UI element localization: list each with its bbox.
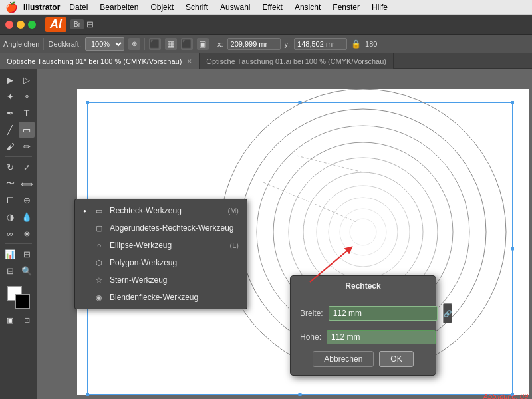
bridge-icon[interactable]: Br: [70, 19, 84, 29]
shape-builder-tool[interactable]: ⊕: [19, 192, 35, 208]
slice-tool[interactable]: ⊟: [2, 263, 18, 279]
minimize-button[interactable]: [17, 21, 25, 29]
tool-panel: ▶ ▷ ✦ ⚬ ✒ T ╱ ▭ 🖌 ✏ ↻ ⤢ 〜 ⟺ ⧠ ⊕: [0, 69, 37, 399]
link-proportions-icon[interactable]: 🔗: [443, 303, 452, 323]
close-button[interactable]: [5, 21, 13, 29]
tool-row-7: 〜 ⟺: [2, 176, 35, 192]
blendenflecke-label: Blendenflecke-Werkzeug: [110, 293, 239, 302]
lasso-tool[interactable]: ⚬: [19, 88, 35, 104]
menu-item-polygon[interactable]: ⬡ Polygon-Werkzeug: [75, 254, 247, 271]
angleichen-label: Angleichen: [3, 40, 39, 48]
lock-icon[interactable]: 🔒: [351, 39, 361, 49]
separator: [43, 38, 44, 50]
column-graph-tool[interactable]: 📊: [2, 246, 18, 262]
background-color[interactable]: [15, 294, 30, 309]
menu-items: Datei Bearbeiten Objekt Schrift Auswahl …: [64, 0, 393, 15]
menu-hilfe[interactable]: Hilfe: [366, 0, 393, 15]
hoehe-row: Höhe:: [300, 330, 426, 344]
hoehe-input[interactable]: [327, 330, 436, 344]
rotate-tool[interactable]: ↻: [2, 159, 18, 175]
tab-1[interactable]: Optische Täuschung 01* bei 100 % (CMYK/V…: [0, 53, 200, 69]
abgerundetes-label: Abgerundetes-Rechteck-Werkzeug: [110, 223, 239, 233]
eyedropper-tool[interactable]: 💧: [19, 209, 35, 225]
align-icon1[interactable]: ⬛: [149, 38, 161, 50]
cancel-button[interactable]: Abbrechen: [313, 351, 374, 367]
svg-line-14: [310, 249, 350, 282]
y-label: y:: [285, 40, 291, 48]
breite-input[interactable]: [329, 306, 438, 321]
full-screen-mode[interactable]: ⊡: [19, 312, 35, 328]
apple-menu[interactable]: 🍎: [0, 1, 23, 13]
tab-1-close[interactable]: ✕: [187, 58, 192, 65]
scale-tool[interactable]: ⤢: [19, 159, 35, 175]
menu-item-rechteck[interactable]: ● ▭ Rechteck-Werkzeug (M): [75, 202, 247, 219]
menu-bar: 🍎 Illustrator Datei Bearbeiten Objekt Sc…: [0, 0, 532, 15]
zoom-tool[interactable]: 🔍: [19, 263, 35, 279]
stern-label: Stern-Werkzeug: [110, 275, 239, 285]
tool-row-9: ◑ 💧: [2, 209, 35, 225]
color-indicator[interactable]: [7, 286, 30, 309]
maximize-button[interactable]: [28, 21, 36, 29]
tool-sep-3: [5, 281, 32, 281]
brush-tool[interactable]: 🖌: [2, 138, 18, 154]
stern-icon: ☆: [94, 275, 104, 285]
statusbar: Abbildung: 09: [479, 391, 532, 399]
x-input[interactable]: [227, 38, 281, 50]
direct-select-tool[interactable]: ▷: [19, 72, 35, 88]
main-area: ▶ ▷ ✦ ⚬ ✒ T ╱ ▭ 🖌 ✏ ↻ ⤢ 〜 ⟺ ⧠ ⊕: [0, 69, 532, 399]
symbol-tool[interactable]: ⋇: [19, 225, 35, 241]
blend-tool[interactable]: ∞: [2, 225, 18, 241]
artboard-tool[interactable]: ⊞: [19, 246, 35, 262]
tool-context-menu: ● ▭ Rechteck-Werkzeug (M) ▢ Abgerundetes…: [74, 199, 247, 309]
tool-row-6: ↻ ⤢: [2, 159, 35, 175]
menu-ansicht[interactable]: Ansicht: [289, 0, 326, 15]
width-tool[interactable]: ⟺: [19, 176, 35, 192]
align-icon2[interactable]: ▦: [165, 38, 177, 50]
rect-dialog: Rechteck Breite: 🔗 Höhe: Abbrechen OK: [290, 275, 436, 376]
tab-2[interactable]: Optische Täuschung 01.ai bei 100 % (CMYK…: [200, 53, 394, 69]
tool-row-1: ▶ ▷: [2, 72, 35, 88]
rechteck-icon: ▭: [94, 205, 104, 216]
ok-button[interactable]: OK: [379, 351, 413, 367]
select-tool[interactable]: ▶: [2, 72, 18, 88]
magic-wand-tool[interactable]: ✦: [2, 88, 18, 104]
menu-effekt[interactable]: Effekt: [257, 0, 287, 15]
window-controls: [0, 21, 41, 29]
menu-bearbeiten[interactable]: Bearbeiten: [94, 0, 144, 15]
warp-tool[interactable]: 〜: [2, 176, 18, 192]
menu-fenster[interactable]: Fenster: [327, 0, 365, 15]
tool-sep-2: [5, 243, 32, 244]
align-icon4[interactable]: ▣: [197, 38, 209, 50]
tool-row-11: 📊 ⊞: [2, 246, 35, 262]
y-input[interactable]: [294, 38, 347, 50]
normal-mode[interactable]: ▣: [2, 312, 18, 328]
menu-datei[interactable]: Datei: [64, 0, 93, 15]
options-icon[interactable]: ⊕: [128, 38, 140, 50]
menu-item-blendenflecke[interactable]: ◉ Blendenflecke-Werkzeug: [75, 289, 247, 306]
menu-auswahl[interactable]: Auswahl: [215, 0, 255, 15]
menu-item-abgerundetes[interactable]: ▢ Abgerundetes-Rechteck-Werkzeug: [75, 219, 247, 237]
pencil-tool[interactable]: ✏: [19, 138, 35, 154]
title-bar: Ai Br ⊞: [0, 15, 532, 35]
pen-tool[interactable]: ✒: [2, 105, 18, 121]
menu-schrift[interactable]: Schrift: [180, 0, 213, 15]
canvas-area: ● ▭ Rechteck-Werkzeug (M) ▢ Abgerundetes…: [37, 69, 532, 399]
tab-bar: Optische Täuschung 01* bei 100 % (CMYK/V…: [0, 53, 532, 69]
menu-item-ellipse[interactable]: ○ Ellipse-Werkzeug (L): [75, 237, 247, 254]
free-transform-tool[interactable]: ⧠: [2, 192, 18, 208]
menu-item-stern[interactable]: ☆ Stern-Werkzeug: [75, 271, 247, 289]
panel-icon[interactable]: ⊞: [86, 19, 94, 29]
breite-row: Breite: 🔗: [300, 303, 426, 323]
tool-sep-1: [5, 156, 32, 157]
line-tool[interactable]: ╱: [2, 122, 18, 138]
dialog-buttons: Abbrechen OK: [300, 351, 426, 367]
deckkraft-select[interactable]: 100% 75% 50% 25%: [85, 37, 124, 51]
menu-objekt[interactable]: Objekt: [145, 0, 179, 15]
align-icon3[interactable]: ⬛: [181, 38, 193, 50]
gradient-tool[interactable]: ◑: [2, 209, 18, 225]
type-tool[interactable]: T: [19, 105, 35, 121]
rect-tool[interactable]: ▭: [19, 122, 35, 138]
tool-row-10: ∞ ⋇: [2, 225, 35, 241]
tab-2-label: Optische Täuschung 01.ai bei 100 % (CMYK…: [206, 57, 386, 65]
tool-row-2: ✦ ⚬: [2, 88, 35, 104]
